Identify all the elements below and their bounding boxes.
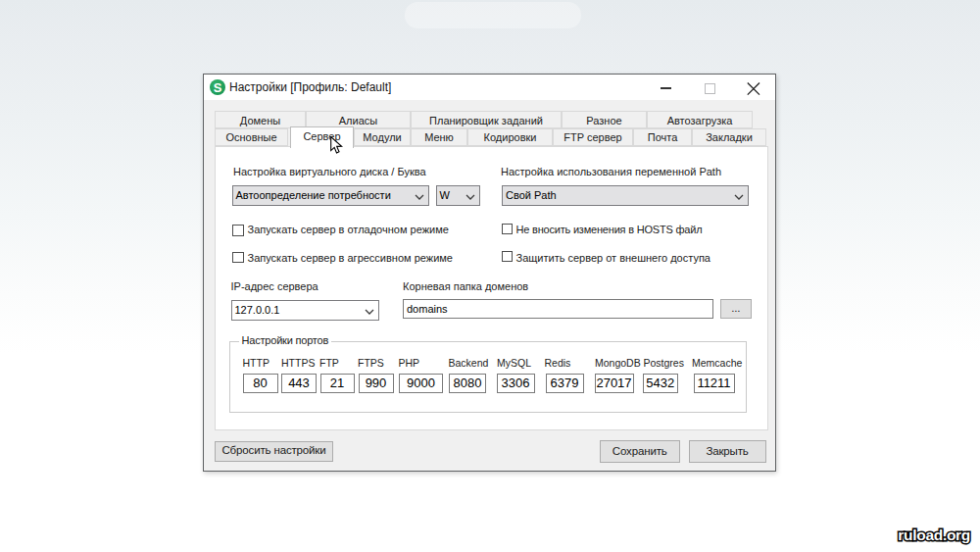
svg-text:ruload.org: ruload.org <box>898 527 970 543</box>
